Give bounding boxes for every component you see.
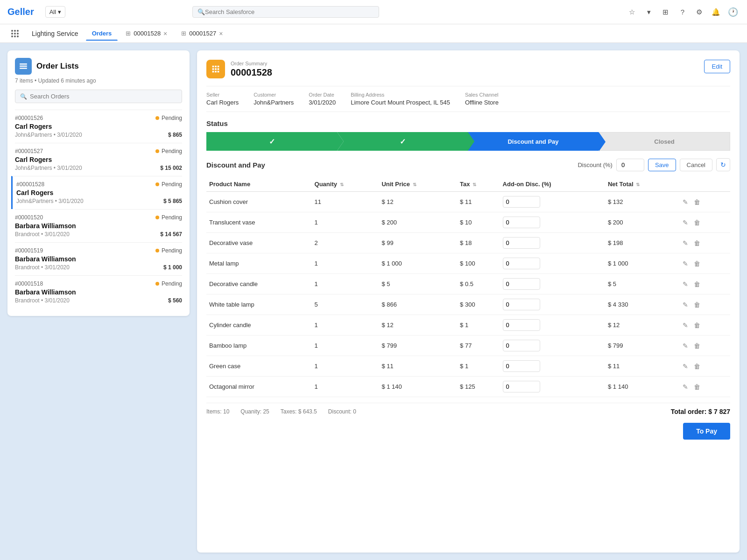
product-actions: ✎ 🗑 xyxy=(678,233,730,253)
notifications-icon[interactable]: 🔔 xyxy=(710,6,723,19)
order-item[interactable]: #00001520 Pending Barbara Williamson Bra… xyxy=(15,209,182,242)
edit-row-icon[interactable]: ✎ xyxy=(681,238,690,248)
edit-button[interactable]: Edit xyxy=(704,60,730,73)
tab-orders[interactable]: Orders xyxy=(86,27,118,41)
footer-quantity: Quanity: 25 xyxy=(240,408,269,415)
order-id: #00001520 xyxy=(15,214,43,221)
product-addon[interactable] xyxy=(500,212,605,233)
pay-button[interactable]: To Pay xyxy=(683,423,730,440)
addon-input[interactable] xyxy=(503,237,540,249)
product-net-total: $ 200 xyxy=(605,212,678,233)
order-item[interactable]: #00001519 Pending Barbara Williamson Bra… xyxy=(15,242,182,275)
edit-row-icon[interactable]: ✎ xyxy=(681,382,690,392)
tab-close-icon-2[interactable]: × xyxy=(219,30,223,37)
avatar[interactable]: 🕐 xyxy=(726,6,740,19)
order-item[interactable]: #00001527 Pending Carl Rogers John&Partn… xyxy=(15,143,182,176)
settings-icon[interactable]: ⚙ xyxy=(693,6,706,19)
cancel-button[interactable]: Cancel xyxy=(680,159,712,171)
delete-row-icon[interactable]: 🗑 xyxy=(692,280,702,289)
product-addon[interactable] xyxy=(500,192,605,212)
order-amount: $ 15 002 xyxy=(160,165,182,171)
seller-field: Seller Carl Rogers xyxy=(206,92,239,106)
delete-row-icon[interactable]: 🗑 xyxy=(692,300,702,309)
status-step-2[interactable]: ✓ xyxy=(337,132,468,151)
status-dot xyxy=(155,216,159,219)
product-name: Bamboo lamp xyxy=(206,336,312,356)
order-search-input[interactable] xyxy=(30,93,177,100)
addon-input[interactable] xyxy=(503,258,540,269)
product-net-total: $ 5 xyxy=(605,274,678,294)
product-addon[interactable] xyxy=(500,294,605,315)
delete-row-icon[interactable]: 🗑 xyxy=(692,362,702,371)
order-status: Pending xyxy=(155,280,182,287)
sort-icon[interactable]: ⇅ xyxy=(340,182,344,187)
addon-input[interactable] xyxy=(503,360,540,372)
edit-row-icon[interactable]: ✎ xyxy=(681,218,690,227)
edit-row-icon[interactable]: ✎ xyxy=(681,321,690,330)
addon-input[interactable] xyxy=(503,381,540,392)
product-addon[interactable] xyxy=(500,233,605,253)
sort-icon-2[interactable]: ⇅ xyxy=(413,182,416,187)
delete-row-icon[interactable]: 🗑 xyxy=(692,382,702,392)
channel-label: Sales Channel xyxy=(465,92,499,98)
discount-input[interactable] xyxy=(616,159,644,171)
status-step-4[interactable]: Closed xyxy=(599,132,730,151)
order-item[interactable]: #00001528 Pending Carl Rogers John&Partn… xyxy=(11,176,182,209)
delete-row-icon[interactable]: 🗑 xyxy=(692,218,702,227)
delete-row-icon[interactable]: 🗑 xyxy=(692,197,702,207)
delete-row-icon[interactable]: 🗑 xyxy=(692,341,702,350)
sort-icon-3[interactable]: ⇅ xyxy=(472,182,476,187)
delete-row-icon[interactable]: 🗑 xyxy=(692,238,702,248)
delete-row-icon[interactable]: 🗑 xyxy=(692,259,702,268)
addon-input[interactable] xyxy=(503,196,540,208)
search-input[interactable] xyxy=(205,8,374,15)
status-dot xyxy=(155,149,159,153)
order-status: Pending xyxy=(155,214,182,221)
global-search-bar[interactable]: 🔍 xyxy=(192,6,379,18)
edit-row-icon[interactable]: ✎ xyxy=(681,280,690,289)
addon-input[interactable] xyxy=(503,299,540,310)
product-unit-price: $ 99 xyxy=(379,233,457,253)
product-addon[interactable] xyxy=(500,315,605,336)
order-id: #00001518 xyxy=(15,280,43,287)
addon-input[interactable] xyxy=(503,340,540,351)
tab-00001527[interactable]: ⊞ 00001527 × xyxy=(175,27,229,40)
addon-input[interactable] xyxy=(503,319,540,331)
sort-icon-4[interactable]: ⇅ xyxy=(636,182,640,187)
product-addon[interactable] xyxy=(500,336,605,356)
apps-grid-icon[interactable] xyxy=(7,26,22,41)
footer-taxes: Taxes: $ 643.5 xyxy=(281,408,317,415)
tab-00001528[interactable]: ⊞ 00001528 × xyxy=(120,27,173,40)
col-actions xyxy=(678,177,730,192)
delete-row-icon[interactable]: 🗑 xyxy=(692,321,702,330)
help-icon[interactable]: ? xyxy=(676,6,689,19)
all-dropdown[interactable]: All ▾ xyxy=(45,6,65,18)
product-addon[interactable] xyxy=(500,356,605,377)
order-search-bar[interactable]: 🔍 xyxy=(15,90,182,103)
tab-close-icon[interactable]: × xyxy=(163,30,167,37)
service-label[interactable]: Lighting Service xyxy=(26,26,84,41)
product-addon[interactable] xyxy=(500,253,605,274)
chevron-down-icon[interactable]: ▾ xyxy=(642,6,655,19)
edit-row-icon[interactable]: ✎ xyxy=(681,197,690,207)
status-step-3[interactable]: Discount and Pay xyxy=(468,132,599,151)
product-addon[interactable] xyxy=(500,274,605,294)
edit-row-icon[interactable]: ✎ xyxy=(681,362,690,371)
order-amount: $ 14 567 xyxy=(160,231,182,238)
product-addon[interactable] xyxy=(500,377,605,397)
add-icon[interactable]: ⊞ xyxy=(659,6,672,19)
product-qty: 2 xyxy=(312,233,379,253)
edit-row-icon[interactable]: ✎ xyxy=(681,259,690,268)
order-item[interactable]: #00001518 Pending Barbara Williamson Bra… xyxy=(15,275,182,308)
star-icon[interactable]: ☆ xyxy=(626,6,639,19)
edit-row-icon[interactable]: ✎ xyxy=(681,341,690,350)
addon-input[interactable] xyxy=(503,217,540,228)
save-button[interactable]: Save xyxy=(648,159,676,171)
edit-row-icon[interactable]: ✎ xyxy=(681,300,690,309)
status-step-1[interactable]: ✓ xyxy=(206,132,337,151)
status-label: Pending xyxy=(162,280,182,287)
addon-input[interactable] xyxy=(503,278,540,290)
order-item[interactable]: #00001526 Pending Carl Rogers John&Partn… xyxy=(15,110,182,143)
refresh-button[interactable]: ↻ xyxy=(716,158,730,171)
customer-value: John&Partners xyxy=(254,99,294,106)
